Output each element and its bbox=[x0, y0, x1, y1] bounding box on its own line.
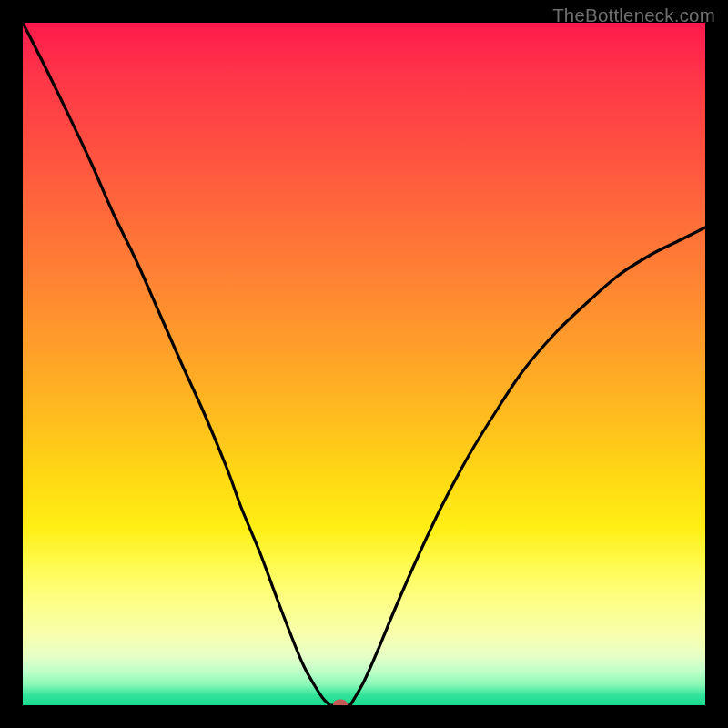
watermark-text: TheBottleneck.com bbox=[552, 5, 715, 26]
plot-area bbox=[23, 23, 705, 705]
frame-border: TheBottleneck.com bbox=[0, 0, 728, 728]
bottleneck-curve bbox=[23, 23, 705, 705]
minimum-marker-dot bbox=[333, 700, 348, 706]
